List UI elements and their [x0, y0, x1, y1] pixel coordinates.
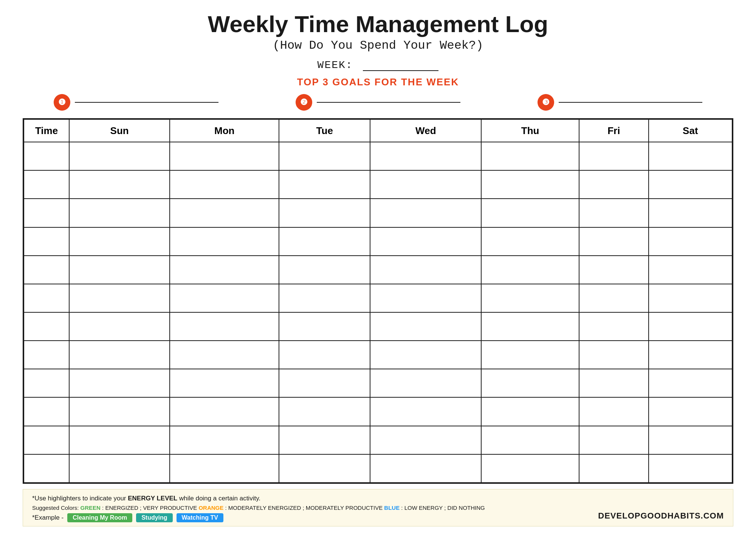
day-cell[interactable]: [279, 256, 370, 284]
time-cell[interactable]: [24, 397, 69, 426]
day-cell[interactable]: [649, 369, 732, 397]
day-cell[interactable]: [69, 199, 170, 227]
day-cell[interactable]: [481, 284, 579, 312]
day-cell[interactable]: [649, 284, 732, 312]
day-cell[interactable]: [370, 397, 481, 426]
day-cell[interactable]: [579, 426, 649, 454]
day-cell[interactable]: [69, 341, 170, 369]
day-cell[interactable]: [170, 227, 279, 256]
day-cell[interactable]: [69, 312, 170, 341]
time-cell[interactable]: [24, 369, 69, 397]
day-cell[interactable]: [170, 426, 279, 454]
day-cell[interactable]: [579, 142, 649, 170]
day-cell[interactable]: [69, 227, 170, 256]
day-cell[interactable]: [279, 284, 370, 312]
day-cell[interactable]: [170, 170, 279, 199]
day-cell[interactable]: [579, 397, 649, 426]
day-cell[interactable]: [170, 284, 279, 312]
day-cell[interactable]: [170, 369, 279, 397]
time-cell[interactable]: [24, 454, 69, 483]
day-cell[interactable]: [370, 199, 481, 227]
day-cell[interactable]: [279, 426, 370, 454]
day-cell[interactable]: [170, 142, 279, 170]
day-cell[interactable]: [279, 170, 370, 199]
day-cell[interactable]: [481, 227, 579, 256]
table-row: [24, 256, 732, 284]
day-cell[interactable]: [481, 454, 579, 483]
day-cell[interactable]: [69, 369, 170, 397]
day-cell[interactable]: [370, 256, 481, 284]
day-cell[interactable]: [69, 397, 170, 426]
day-cell[interactable]: [279, 142, 370, 170]
day-cell[interactable]: [579, 454, 649, 483]
time-cell[interactable]: [24, 426, 69, 454]
day-cell[interactable]: [481, 341, 579, 369]
day-cell[interactable]: [370, 341, 481, 369]
day-cell[interactable]: [69, 142, 170, 170]
day-cell[interactable]: [579, 199, 649, 227]
day-cell[interactable]: [69, 256, 170, 284]
day-cell[interactable]: [170, 256, 279, 284]
time-cell[interactable]: [24, 284, 69, 312]
day-cell[interactable]: [279, 227, 370, 256]
time-cell[interactable]: [24, 199, 69, 227]
time-cell[interactable]: [24, 142, 69, 170]
day-cell[interactable]: [370, 454, 481, 483]
day-cell[interactable]: [170, 454, 279, 483]
day-cell[interactable]: [649, 142, 732, 170]
day-cell[interactable]: [170, 397, 279, 426]
day-cell[interactable]: [481, 199, 579, 227]
day-cell[interactable]: [649, 397, 732, 426]
day-cell[interactable]: [370, 426, 481, 454]
day-cell[interactable]: [649, 256, 732, 284]
time-cell[interactable]: [24, 312, 69, 341]
day-cell[interactable]: [579, 227, 649, 256]
day-cell[interactable]: [481, 397, 579, 426]
day-cell[interactable]: [370, 142, 481, 170]
day-cell[interactable]: [69, 454, 170, 483]
day-cell[interactable]: [69, 170, 170, 199]
day-cell[interactable]: [579, 170, 649, 199]
time-cell[interactable]: [24, 341, 69, 369]
goal-item-3: ❸: [510, 94, 730, 111]
day-cell[interactable]: [649, 426, 732, 454]
time-cell[interactable]: [24, 256, 69, 284]
day-cell[interactable]: [481, 142, 579, 170]
day-cell[interactable]: [279, 397, 370, 426]
day-cell[interactable]: [170, 312, 279, 341]
day-cell[interactable]: [170, 199, 279, 227]
day-cell[interactable]: [649, 312, 732, 341]
day-cell[interactable]: [279, 312, 370, 341]
day-cell[interactable]: [69, 426, 170, 454]
day-cell[interactable]: [649, 454, 732, 483]
day-cell[interactable]: [649, 170, 732, 199]
footer-suggested-prefix: Suggested Colors:: [32, 505, 81, 511]
day-cell[interactable]: [649, 227, 732, 256]
day-cell[interactable]: [481, 369, 579, 397]
day-cell[interactable]: [370, 284, 481, 312]
day-cell[interactable]: [279, 341, 370, 369]
day-cell[interactable]: [370, 312, 481, 341]
day-cell[interactable]: [69, 284, 170, 312]
day-cell[interactable]: [481, 426, 579, 454]
day-cell[interactable]: [579, 284, 649, 312]
time-cell[interactable]: [24, 227, 69, 256]
day-cell[interactable]: [279, 199, 370, 227]
day-cell[interactable]: [481, 312, 579, 341]
day-cell[interactable]: [279, 369, 370, 397]
day-cell[interactable]: [170, 341, 279, 369]
day-cell[interactable]: [649, 199, 732, 227]
day-cell[interactable]: [579, 256, 649, 284]
day-cell[interactable]: [481, 256, 579, 284]
day-cell[interactable]: [370, 170, 481, 199]
day-cell[interactable]: [481, 170, 579, 199]
day-cell[interactable]: [370, 369, 481, 397]
day-cell[interactable]: [579, 312, 649, 341]
time-cell[interactable]: [24, 170, 69, 199]
day-cell[interactable]: [579, 341, 649, 369]
day-cell[interactable]: [279, 454, 370, 483]
col-header-thu: Thu: [481, 119, 579, 142]
day-cell[interactable]: [370, 227, 481, 256]
day-cell[interactable]: [579, 369, 649, 397]
day-cell[interactable]: [649, 341, 732, 369]
